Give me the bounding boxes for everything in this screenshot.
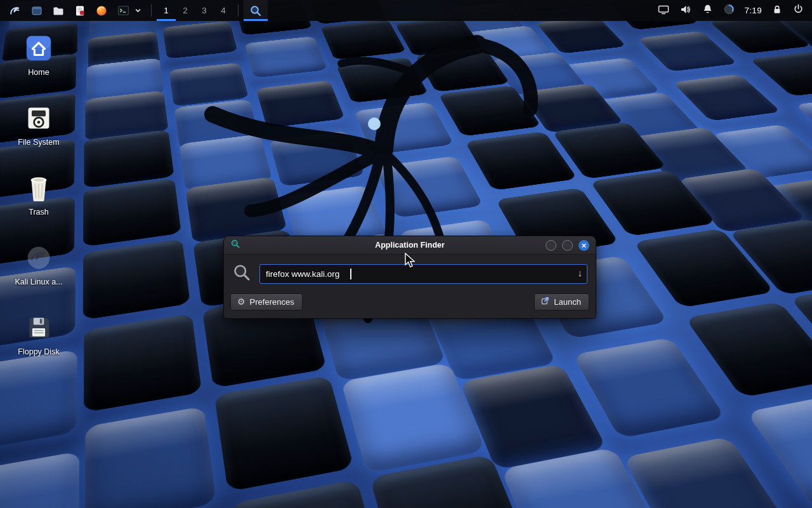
dropdown-arrow-icon[interactable]: ↓ — [578, 267, 583, 278]
button-row: ⚙ Preferences Launch — [224, 289, 596, 318]
cube — [82, 239, 190, 320]
panel-launchers: 1 2 3 4 — [0, 0, 268, 21]
panel-tray: 7:19 — [657, 0, 812, 21]
desktop-icon-label: File System — [18, 138, 59, 147]
cube — [750, 51, 812, 97]
launch-button[interactable]: Launch — [534, 293, 589, 311]
cube — [0, 349, 77, 453]
file-system-icon — [23, 103, 54, 133]
window-title: Application Finder — [224, 241, 596, 250]
panel-separator — [238, 4, 239, 17]
power-icon[interactable] — [792, 3, 804, 18]
desktop-icon-list: Home File System Trash Kali Linux a... F… — [9, 33, 69, 356]
cube — [0, 451, 79, 508]
cube — [673, 74, 782, 121]
query-field-wrap: ↓ — [259, 264, 587, 284]
volume-icon[interactable] — [679, 3, 692, 18]
workspace-1[interactable]: 1 — [157, 0, 176, 21]
taskbar-application-finder[interactable] — [244, 0, 268, 21]
cube — [214, 375, 354, 491]
minimize-button[interactable] — [546, 240, 556, 251]
cube — [83, 178, 182, 247]
workspace-4[interactable]: 4 — [214, 0, 233, 21]
panel-separator — [151, 4, 152, 17]
top-panel: 1 2 3 4 7:19 — [0, 0, 812, 21]
text-caret — [350, 269, 351, 279]
workspace-2[interactable]: 2 — [176, 0, 195, 21]
search-icon — [232, 263, 251, 284]
cube — [622, 436, 795, 508]
workspace-3[interactable]: 3 — [195, 0, 214, 21]
desktop-icon-floppy-disk[interactable]: Floppy Disk — [9, 312, 69, 356]
application-finder-window: Application Finder × ↓ ⚙ Preferences — [223, 236, 596, 319]
close-button[interactable]: × — [579, 240, 589, 251]
desktop-icon-file-system[interactable]: File System — [9, 103, 69, 147]
preferences-button-label: Preferences — [250, 297, 294, 307]
firefox-launcher-icon[interactable] — [91, 0, 112, 21]
home-icon — [23, 33, 54, 64]
window-controls: × — [546, 240, 589, 251]
terminal-dropdown-chevron-icon[interactable] — [134, 0, 146, 21]
cube — [638, 31, 738, 72]
launch-button-label: Launch — [554, 297, 581, 307]
preferences-button[interactable]: ⚙ Preferences — [230, 293, 303, 311]
cube — [684, 302, 812, 398]
cube — [573, 337, 726, 438]
desktop-icon-label: Floppy Disk — [18, 347, 59, 356]
gear-icon: ⚙ — [237, 297, 246, 306]
floppy-disk-icon — [23, 312, 54, 343]
desktop-icon-kali-linux[interactable]: Kali Linux a... — [9, 243, 69, 286]
desktop-icon-trash[interactable]: Trash — [9, 173, 69, 217]
cube — [85, 406, 217, 508]
notifications-bell-icon[interactable] — [702, 3, 714, 18]
trash-icon — [23, 173, 54, 203]
search-row: ↓ — [224, 255, 596, 289]
kali-linux-icon — [23, 243, 54, 273]
desktop: 1 2 3 4 7:19 — [0, 0, 812, 508]
terminal-launcher-icon[interactable] — [112, 0, 134, 21]
desktop-icon-label: Home — [28, 68, 49, 77]
text-editor-launcher-icon[interactable] — [69, 0, 91, 21]
desktop-icon-label: Kali Linux a... — [15, 277, 62, 286]
titlebar[interactable]: Application Finder × — [224, 236, 596, 255]
network-status-icon[interactable] — [723, 3, 735, 18]
clock[interactable]: 7:19 — [745, 6, 762, 15]
lock-icon[interactable] — [771, 4, 783, 18]
maximize-button[interactable] — [562, 240, 573, 251]
desktop-icon-label: Trash — [29, 208, 49, 217]
desktop-icon-home[interactable]: Home — [9, 33, 69, 77]
display-icon[interactable] — [657, 3, 670, 18]
launch-icon — [541, 297, 549, 307]
search-input[interactable] — [259, 264, 587, 284]
file-manager-launcher-icon[interactable] — [26, 0, 48, 21]
kali-menu-icon[interactable] — [4, 0, 26, 21]
folder-launcher-icon[interactable] — [48, 0, 69, 21]
